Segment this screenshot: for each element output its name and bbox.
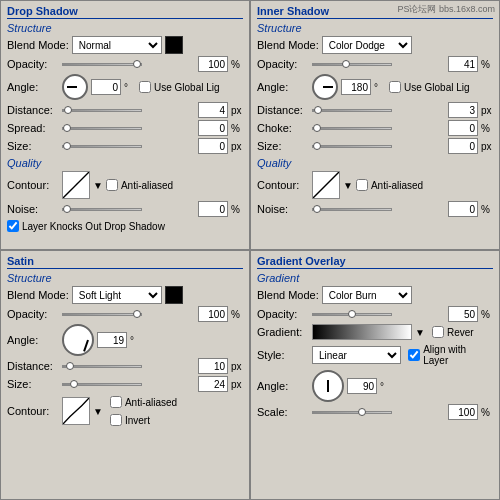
- satin-invert-label: Invert: [125, 415, 150, 426]
- satin-angle-input[interactable]: [97, 332, 127, 348]
- is-size-input[interactable]: [448, 138, 478, 154]
- anti-aliased-checkbox[interactable]: [106, 179, 118, 191]
- is-choke-slider[interactable]: [312, 127, 392, 130]
- go-scale-input[interactable]: [448, 404, 478, 420]
- is-choke-unit: %: [481, 123, 493, 134]
- is-opacity-input[interactable]: [448, 56, 478, 72]
- satin-distance-input[interactable]: [198, 358, 228, 374]
- gradient-overlay-title: Gradient Overlay: [257, 255, 493, 269]
- satin-contour-arrow[interactable]: ▼: [93, 406, 103, 417]
- go-gradient-preview[interactable]: [312, 324, 412, 340]
- is-use-global-light-checkbox[interactable]: [389, 81, 401, 93]
- is-angle-label: Angle:: [257, 81, 309, 93]
- angle-input[interactable]: [91, 79, 121, 95]
- satin-distance-slider[interactable]: [62, 365, 142, 368]
- satin-panel: Satin Structure Blend Mode: Soft LightNo…: [0, 250, 250, 500]
- go-opacity-input[interactable]: [448, 306, 478, 322]
- go-align-layer-label: Align with Layer: [423, 344, 493, 366]
- layer-knocks-label: Layer Knocks Out Drop Shadow: [22, 221, 165, 232]
- is-blend-mode-label: Blend Mode:: [257, 39, 319, 51]
- is-angle-dial[interactable]: [312, 74, 338, 100]
- go-scale-slider[interactable]: [312, 411, 392, 414]
- satin-contour-preview[interactable]: [62, 397, 90, 425]
- distance-input[interactable]: [198, 102, 228, 118]
- contour-preview[interactable]: [62, 171, 90, 199]
- contour-arrow[interactable]: ▼: [93, 180, 103, 191]
- go-angle-dial[interactable]: [312, 370, 344, 402]
- layer-knocks-checkbox[interactable]: [7, 220, 19, 232]
- satin-color-swatch[interactable]: [165, 286, 183, 304]
- is-opacity-slider[interactable]: [312, 63, 392, 66]
- opacity-input[interactable]: [198, 56, 228, 72]
- is-blend-mode-select[interactable]: Color DodgeNormalMultiply: [322, 36, 412, 54]
- is-angle-row: Angle: ° Use Global Lig: [257, 74, 493, 100]
- use-global-light-row: Use Global Lig: [139, 81, 220, 93]
- go-align-layer-checkbox[interactable]: [408, 349, 420, 361]
- is-noise-slider[interactable]: [312, 208, 392, 211]
- is-choke-row: Choke: %: [257, 120, 493, 136]
- satin-size-slider[interactable]: [62, 383, 142, 386]
- satin-angle-dial[interactable]: [62, 324, 94, 356]
- blend-mode-select[interactable]: NormalMultiplyScreen: [72, 36, 162, 54]
- satin-anti-aliased-checkbox[interactable]: [110, 396, 122, 408]
- spread-slider[interactable]: [62, 127, 142, 130]
- satin-invert-row: Invert: [110, 414, 177, 426]
- go-opacity-label: Opacity:: [257, 308, 309, 320]
- satin-blend-mode-select[interactable]: Soft LightNormalMultiply: [72, 286, 162, 304]
- is-contour-row: Contour: ▼ Anti-aliased: [257, 171, 493, 199]
- go-reverse-label: Rever: [447, 327, 474, 338]
- is-size-row: Size: px: [257, 138, 493, 154]
- go-style-select[interactable]: LinearRadialAngleReflectedDiamond: [312, 346, 401, 364]
- use-global-light-checkbox[interactable]: [139, 81, 151, 93]
- go-angle-label: Angle:: [257, 380, 309, 392]
- size-slider[interactable]: [62, 145, 142, 148]
- layer-knocks-row: Layer Knocks Out Drop Shadow: [7, 220, 243, 232]
- satin-invert-checkbox[interactable]: [110, 414, 122, 426]
- is-contour-label: Contour:: [257, 179, 309, 191]
- opacity-unit: %: [231, 59, 243, 70]
- satin-size-label: Size:: [7, 378, 59, 390]
- go-angle-input[interactable]: [347, 378, 377, 394]
- go-angle-row: Angle: °: [257, 370, 493, 402]
- satin-distance-row: Distance: px: [7, 358, 243, 374]
- is-blend-mode-row: Blend Mode: Color DodgeNormalMultiply: [257, 36, 493, 54]
- is-use-global-light-row: Use Global Lig: [389, 81, 470, 93]
- satin-opacity-input[interactable]: [198, 306, 228, 322]
- distance-row: Distance: px: [7, 102, 243, 118]
- distance-slider[interactable]: [62, 109, 142, 112]
- is-distance-input[interactable]: [448, 102, 478, 118]
- angle-dial[interactable]: [62, 74, 88, 100]
- opacity-slider[interactable]: [62, 63, 142, 66]
- go-opacity-slider[interactable]: [312, 313, 392, 316]
- is-contour-preview[interactable]: [312, 171, 340, 199]
- color-swatch-black[interactable]: [165, 36, 183, 54]
- satin-size-input[interactable]: [198, 376, 228, 392]
- size-input[interactable]: [198, 138, 228, 154]
- go-opacity-row: Opacity: %: [257, 306, 493, 322]
- go-gradient-label: Gradient:: [257, 326, 309, 338]
- satin-blend-mode-label: Blend Mode:: [7, 289, 69, 301]
- go-gradient-arrow[interactable]: ▼: [415, 327, 425, 338]
- go-blend-mode-select[interactable]: Color BurnNormalMultiply: [322, 286, 412, 304]
- go-scale-unit: %: [481, 407, 493, 418]
- go-reverse-checkbox[interactable]: [432, 326, 444, 338]
- is-contour-arrow[interactable]: ▼: [343, 180, 353, 191]
- noise-unit: %: [231, 204, 243, 215]
- blend-mode-row: Blend Mode: NormalMultiplyScreen: [7, 36, 243, 54]
- spread-input[interactable]: [198, 120, 228, 136]
- noise-slider[interactable]: [62, 208, 142, 211]
- anti-aliased-row: Anti-aliased: [106, 179, 173, 191]
- is-noise-input[interactable]: [448, 201, 478, 217]
- is-distance-slider[interactable]: [312, 109, 392, 112]
- go-angle-deg: °: [380, 381, 392, 392]
- is-size-slider[interactable]: [312, 145, 392, 148]
- satin-opacity-slider[interactable]: [62, 313, 142, 316]
- satin-title: Satin: [7, 255, 243, 269]
- satin-opacity-row: Opacity: %: [7, 306, 243, 322]
- is-anti-aliased-checkbox[interactable]: [356, 179, 368, 191]
- noise-input[interactable]: [198, 201, 228, 217]
- is-distance-row: Distance: px: [257, 102, 493, 118]
- anti-aliased-label: Anti-aliased: [121, 180, 173, 191]
- is-choke-input[interactable]: [448, 120, 478, 136]
- is-angle-input[interactable]: [341, 79, 371, 95]
